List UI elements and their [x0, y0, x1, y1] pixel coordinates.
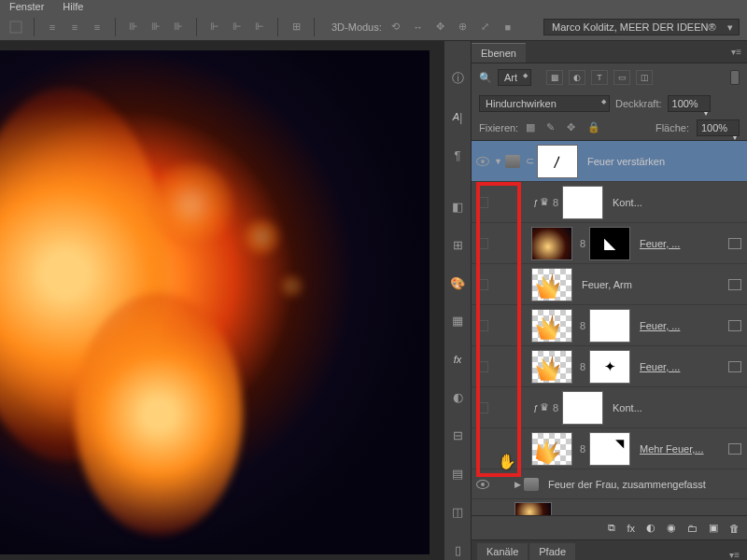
- distribute-icon[interactable]: ⊩: [206, 19, 223, 35]
- move-icon[interactable]: ✥: [432, 19, 449, 35]
- mask-thumbnail[interactable]: ✦: [589, 350, 630, 384]
- layer-group-row[interactable]: ▼ ⊂ 〳 Feuer verstärken: [472, 141, 747, 182]
- filter-adjust-icon[interactable]: ◐: [569, 70, 585, 85]
- visibility-toggle[interactable]: [472, 157, 494, 166]
- layer-row[interactable]: Feuer, Arm: [472, 264, 747, 305]
- lock-pixels-icon[interactable]: ✎: [546, 121, 559, 134]
- layer-row[interactable]: [472, 499, 747, 515]
- layer-row[interactable]: ƒ ♛ 8 Kont...: [472, 182, 747, 223]
- visibility-toggle[interactable]: [472, 238, 494, 249]
- disclosure-icon[interactable]: ▼: [494, 157, 502, 166]
- layer-thumbnail[interactable]: [531, 309, 572, 343]
- new-group-icon[interactable]: 🗀: [687, 523, 698, 534]
- panel-menu-icon[interactable]: ▾≡: [729, 550, 740, 560]
- layer-row[interactable]: 8 ✦ Feuer, ...: [472, 346, 747, 387]
- layer-row[interactable]: ƒ ♛ 8 Kont...: [472, 387, 747, 428]
- document-canvas[interactable]: [0, 50, 430, 554]
- layer-thumbnail[interactable]: [531, 268, 572, 301]
- layer-row[interactable]: 8 ◣ Feuer, ...: [472, 223, 747, 264]
- 3d-icon[interactable]: ⊞: [288, 19, 304, 35]
- filter-smart-icon[interactable]: ◫: [636, 70, 653, 85]
- lock-transparent-icon[interactable]: ▩: [526, 121, 539, 134]
- pan-icon[interactable]: ↔: [410, 19, 427, 35]
- layer-row[interactable]: 8 Feuer, ...: [472, 305, 747, 346]
- visibility-toggle[interactable]: [472, 320, 494, 331]
- filter-pixel-icon[interactable]: ▩: [546, 70, 563, 85]
- mask-thumbnail[interactable]: 〳: [537, 145, 578, 178]
- align-icon[interactable]: ≡: [44, 19, 61, 35]
- panel-icon[interactable]: ◧: [447, 197, 468, 217]
- paths-tab[interactable]: Pfade: [529, 543, 575, 560]
- filter-switch[interactable]: [730, 70, 740, 85]
- layer-name[interactable]: Feuer, Arm: [582, 279, 726, 290]
- distribute-icon[interactable]: ⊪: [170, 19, 187, 35]
- layer-name[interactable]: Feuer der Frau, zusammengefasst: [548, 479, 741, 490]
- layer-thumbnail[interactable]: [531, 432, 572, 466]
- slide-icon[interactable]: ⊕: [455, 19, 472, 35]
- visibility-toggle[interactable]: [472, 279, 494, 290]
- layer-filter-kind[interactable]: Art: [498, 69, 531, 86]
- visibility-toggle[interactable]: [472, 480, 494, 489]
- distribute-icon[interactable]: ⊩: [251, 19, 268, 35]
- disclosure-icon[interactable]: ▶: [514, 480, 521, 489]
- visibility-toggle[interactable]: [472, 402, 494, 413]
- blend-mode-select[interactable]: Hindurchwirken: [479, 95, 610, 112]
- fill-input[interactable]: 100%: [697, 119, 740, 136]
- filter-type-icon[interactable]: T: [591, 70, 608, 85]
- fx-menu-icon[interactable]: fx: [627, 523, 635, 534]
- layer-name[interactable]: Kont...: [613, 197, 741, 208]
- channels-tab[interactable]: Kanäle: [477, 543, 528, 560]
- canvas-area[interactable]: ◂: [0, 41, 444, 560]
- mask-thumbnail[interactable]: [562, 186, 603, 219]
- layer-name[interactable]: Mehr Feuer,...: [640, 443, 726, 455]
- character-panel-icon[interactable]: A|: [447, 107, 468, 127]
- adjustment-icon[interactable]: ◉: [667, 522, 676, 534]
- visibility-toggle[interactable]: [472, 197, 494, 208]
- info-panel-icon[interactable]: ⓘ: [447, 69, 468, 89]
- menu-item-window[interactable]: Fenster: [9, 1, 44, 12]
- layer-name[interactable]: Feuer verstärken: [587, 156, 741, 167]
- layer-name[interactable]: Feuer, ...: [640, 361, 726, 372]
- layers-list[interactable]: ✋ ▼ ⊂ 〳 Feuer verstärken ƒ ♛ 8 Kont...: [472, 140, 747, 515]
- new-layer-icon[interactable]: ▣: [709, 522, 718, 534]
- mask-thumbnail[interactable]: ◣: [589, 227, 630, 260]
- align-icon[interactable]: ≡: [66, 19, 83, 35]
- mask-icon[interactable]: ◐: [646, 522, 655, 534]
- orbit-icon[interactable]: ⟲: [388, 19, 404, 35]
- distribute-icon[interactable]: ⊩: [229, 19, 246, 35]
- align-icon[interactable]: ≡: [89, 19, 106, 35]
- mask-thumbnail[interactable]: [562, 391, 603, 425]
- layer-group-row[interactable]: ▶ Feuer der Frau, zusammengefasst: [472, 469, 747, 499]
- panel-menu-icon[interactable]: ▾≡: [731, 47, 741, 57]
- distribute-icon[interactable]: ⊪: [125, 19, 142, 35]
- panel-icon[interactable]: ▯: [447, 540, 468, 560]
- swatches-panel-icon[interactable]: ▦: [447, 312, 468, 331]
- layer-thumbnail[interactable]: [531, 350, 572, 384]
- layer-name[interactable]: Feuer, ...: [640, 238, 726, 249]
- panel-icon[interactable]: ⊞: [447, 235, 468, 255]
- layer-thumbnail[interactable]: [531, 227, 572, 260]
- menu-item-help[interactable]: Hilfe: [63, 1, 83, 12]
- lock-position-icon[interactable]: ✥: [567, 121, 580, 134]
- delete-icon[interactable]: 🗑: [729, 523, 740, 534]
- paragraph-panel-icon[interactable]: ¶: [447, 146, 468, 165]
- panel-icon[interactable]: ▤: [447, 464, 468, 483]
- tool-preset-icon[interactable]: [7, 19, 24, 35]
- opacity-input[interactable]: 100%: [668, 95, 711, 112]
- panel-icon[interactable]: ◫: [447, 502, 468, 522]
- scale-icon[interactable]: ⤢: [477, 19, 494, 35]
- account-dropdown[interactable]: Marco Kolditz, MEER DER IDEEN®: [543, 19, 740, 35]
- layer-name[interactable]: Feuer, ...: [640, 320, 726, 331]
- layers-panel-tab[interactable]: Ebenen: [472, 43, 526, 63]
- styles-panel-icon[interactable]: fx: [447, 349, 468, 369]
- filter-shape-icon[interactable]: ▭: [613, 70, 630, 85]
- lock-all-icon[interactable]: 🔒: [587, 121, 600, 134]
- layer-name[interactable]: Kont...: [613, 402, 741, 413]
- panel-icon[interactable]: ⊟: [447, 426, 468, 445]
- adjustments-panel-icon[interactable]: ◐: [447, 387, 468, 407]
- visibility-toggle[interactable]: [472, 361, 494, 372]
- camera-icon[interactable]: ■: [500, 19, 516, 35]
- layer-thumbnail[interactable]: [514, 502, 552, 515]
- link-layers-icon[interactable]: ⧉: [608, 522, 615, 534]
- distribute-icon[interactable]: ⊪: [148, 19, 164, 35]
